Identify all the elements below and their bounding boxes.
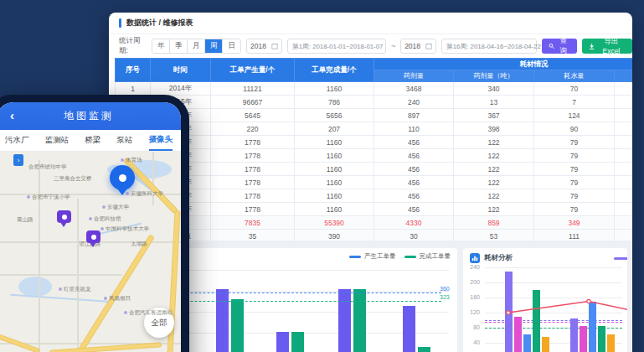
map-river — [10, 294, 114, 303]
map-label: 合肥市琥珀中学 — [28, 163, 67, 171]
table-cell: 1 — [116, 82, 151, 96]
column-header: 工单完成量/个 — [295, 59, 374, 82]
map-label: 合肥汽车客运南站 — [124, 309, 173, 317]
camera-marker-tail-icon — [60, 222, 67, 230]
period-option-周[interactable]: 周 — [205, 39, 223, 53]
table-row: 42017年2202071103989019 — [116, 122, 633, 136]
table-cell: 79 — [534, 189, 615, 203]
table-cell: 340 — [454, 82, 534, 96]
year-end-select[interactable]: 2018 — [400, 39, 436, 54]
period-option-日[interactable]: 日 — [223, 39, 240, 53]
breadcrumb-bar: 数据统计 / 维修报表 — [109, 13, 632, 34]
table-cell: 456 — [374, 176, 454, 189]
map-label: 红星美凯龙 — [59, 286, 91, 293]
table-row: 12014年111211160346834070250 — [116, 82, 633, 96]
table-cell: 1160 — [295, 189, 374, 203]
calendar-icon — [425, 43, 432, 49]
range-start-input[interactable]: 第1周: 2018-01-01~2018-01-07 — [287, 39, 386, 54]
phone-tab-监测站[interactable]: 监测站 — [45, 130, 70, 151]
chart-legend[interactable]: 产生工单量完成工单量 — [349, 252, 451, 261]
camera-marker[interactable] — [57, 210, 71, 223]
table-cell: 1778 — [211, 149, 295, 163]
legend-label: 产生工单量 — [364, 252, 396, 261]
calendar-icon — [271, 43, 278, 49]
table-cell: 456 — [374, 203, 454, 216]
map-view[interactable]: › 全部 合肥市琥珀中学体育场三里庵合立交桥安徽医科大学合肥市宁溪小学安徽大学合… — [0, 152, 181, 352]
poi-dot-icon — [27, 195, 30, 199]
selected-camera-pin[interactable] — [110, 165, 135, 190]
map-main-road — [77, 236, 153, 352]
y-axis-label: 200 — [465, 279, 480, 285]
table-cell: 1160 — [295, 203, 374, 216]
table-cell: 79 — [534, 149, 615, 163]
sub-column-header: 药剂量 — [374, 70, 454, 82]
camera-marker[interactable] — [86, 230, 100, 243]
phone-tab-污水厂[interactable]: 污水厂 — [5, 130, 29, 151]
chart-title-row: 耗材分析 — [470, 253, 513, 263]
export-excel-button[interactable]: 导出Excel — [582, 39, 633, 54]
table-cell: 220 — [211, 122, 295, 136]
table-cell: 1160 — [295, 176, 374, 189]
period-segmented-control[interactable]: 年季月周日 — [152, 39, 241, 54]
table-cell: 240 — [374, 96, 454, 109]
back-chevron-icon[interactable]: ‹ — [10, 108, 14, 123]
table-cell: 67 — [615, 189, 633, 203]
y-axis-label: 80 — [465, 324, 480, 330]
phone-tab-桥梁[interactable]: 桥梁 — [85, 130, 100, 151]
table-cell: 1778 — [211, 163, 295, 176]
table-cell: 122 — [454, 203, 534, 216]
bar-completed — [231, 299, 244, 352]
table-cell: 1778 — [211, 136, 295, 149]
phone-tab-泵站[interactable]: 泵站 — [116, 130, 132, 151]
table-cell: 67 — [615, 149, 633, 163]
table-cell: 330 — [615, 216, 633, 230]
poi-dot-icon — [89, 217, 92, 220]
phone-page-title: 地图监测 — [64, 109, 114, 123]
year-end-value: 2018 — [404, 42, 420, 50]
table-cell: 79 — [534, 163, 615, 176]
bar-其他 — [542, 337, 549, 352]
period-option-年[interactable]: 年 — [152, 39, 170, 53]
map-label: 太湖路 — [131, 241, 147, 248]
sub-column-header: 耗水量 — [534, 70, 615, 82]
table-cell: 3468 — [374, 82, 454, 96]
year-start-select[interactable]: 2018 — [246, 39, 282, 54]
range-end-input[interactable]: 第16周: 2018-04-16~2018-04-22 — [441, 39, 537, 54]
table-cell: 11121 — [211, 82, 295, 96]
table-cell: 1160 — [295, 82, 374, 96]
table-cell: 456 — [374, 163, 454, 176]
gridline — [485, 267, 622, 268]
table-cell: 207 — [295, 122, 374, 136]
phone-tab-摄像头[interactable]: 摄像头 — [149, 130, 173, 151]
chart-legend-stub — [614, 257, 627, 260]
table-row: 82021年177811604561227967 — [116, 176, 633, 189]
bar-药剂量 — [570, 318, 578, 352]
period-option-季[interactable]: 季 — [170, 39, 188, 53]
bar-电量 — [598, 326, 605, 352]
legend-item[interactable]: 产生工单量 — [349, 252, 396, 261]
consumable-chart-card: 耗材分析 2402001601208040 — [463, 248, 627, 352]
map-road — [77, 199, 79, 352]
period-option-月[interactable]: 月 — [188, 39, 205, 53]
poi-dot-icon — [59, 287, 62, 291]
query-button[interactable]: 查询 — [542, 39, 577, 54]
table-cell: 19 — [615, 122, 633, 136]
phone-screen: ‹ 地图监测 污水厂监测站桥梁泵站摄像头 › 全部 — [0, 102, 181, 352]
map-label: 合肥科技馆 — [89, 215, 121, 223]
legend-item[interactable]: 完成工单量 — [404, 252, 451, 261]
bar-generated — [403, 306, 415, 352]
download-icon — [589, 43, 595, 50]
table-cell: 1778 — [211, 189, 295, 203]
map-expander-button[interactable]: › — [13, 154, 23, 166]
table-cell: 67 — [615, 163, 633, 176]
table-row: 72020年177811604561227967 — [116, 163, 633, 176]
period-label: 统计周期: — [119, 36, 147, 56]
table-cell: 122 — [454, 176, 534, 189]
bar-药剂量 — [505, 272, 513, 352]
group-column-header: 耗材情况 — [374, 59, 633, 70]
table-row: 合计7835553904330859349330 — [116, 216, 633, 230]
table-cell: 2014年 — [151, 82, 211, 96]
table-cell: 79 — [534, 203, 615, 216]
poi-dot-icon — [121, 158, 124, 162]
y-axis-label: 240 — [465, 264, 480, 270]
